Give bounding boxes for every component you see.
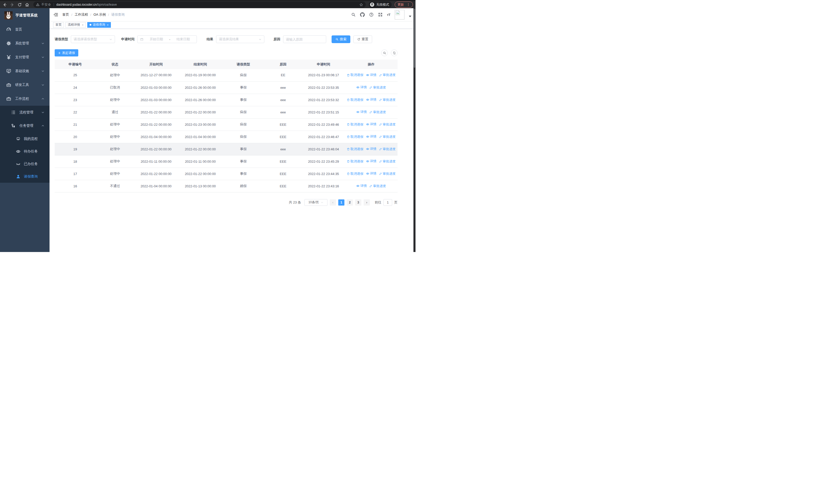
approval-progress-link[interactable]: 审批进度 — [379, 98, 396, 102]
create-leave-button[interactable]: 发起请假 — [55, 49, 78, 56]
cancel-leave-link[interactable]: 取消请假 — [347, 159, 364, 164]
reason-input-wrap — [283, 35, 326, 43]
cancel-leave-link[interactable]: 取消请假 — [347, 122, 364, 127]
sidebar-item-infra[interactable]: 基础设施 — [0, 64, 50, 78]
cancel-leave-link[interactable]: 取消请假 — [347, 135, 364, 139]
leave-type-select[interactable]: 请选择请假类型 — [71, 35, 115, 43]
bookmark-star-icon[interactable] — [359, 3, 363, 7]
page-scrollbar[interactable] — [413, 8, 416, 252]
detail-link[interactable]: 详情 — [356, 184, 367, 188]
reason-input[interactable] — [286, 37, 323, 41]
apply-time-range-picker[interactable]: 开始日期 - 结束日期 — [137, 35, 197, 43]
approval-progress-link[interactable]: 审批进度 — [369, 110, 386, 114]
approval-progress-link[interactable]: 审批进度 — [379, 135, 396, 139]
goto-page-input[interactable] — [383, 199, 392, 206]
result-select[interactable]: 请选择流结果 — [216, 35, 264, 43]
detail-link[interactable]: 详情 — [366, 122, 376, 126]
edit-icon — [379, 73, 382, 77]
sidebar-item-devtools[interactable]: 研发工具 — [0, 78, 50, 92]
detail-link[interactable]: 详情 — [366, 135, 376, 139]
detail-link[interactable]: 详情 — [356, 85, 367, 90]
avatar[interactable] — [395, 10, 404, 20]
approval-progress-link[interactable]: 审批进度 — [379, 122, 396, 127]
update-chip[interactable]: 更新 — [395, 2, 413, 8]
sidebar-item-payment[interactable]: 支付管理 — [0, 50, 50, 64]
cancel-leave-link[interactable]: 取消请假 — [347, 172, 364, 176]
close-icon[interactable]: × — [82, 23, 83, 26]
sidebar-item-label: 支付管理 — [15, 55, 29, 60]
detail-link[interactable]: 详情 — [366, 97, 376, 102]
page-button-2[interactable]: 2 — [347, 199, 353, 206]
sidebar-item-task-mgmt[interactable]: 任务管理 — [0, 119, 50, 132]
prev-page-button[interactable]: ‹ — [330, 199, 336, 206]
close-icon[interactable]: × — [107, 23, 108, 26]
robot-face-icon — [16, 137, 21, 141]
url-bar[interactable]: 不安全 dashboard.yudao.iocoder.cn/bpm/oa/le… — [33, 2, 366, 8]
search-form: 请假类型 请选择请假类型 申请时间 开始日期 - 结束日期 结果 请选择流结果 — [55, 35, 398, 43]
refresh-table-button[interactable] — [391, 50, 398, 56]
tab-home[interactable]: 首页 — [53, 22, 64, 28]
forward-icon[interactable] — [10, 3, 15, 7]
end-time-cell: 2022-01-22 00:00:00 — [178, 168, 223, 180]
reset-button[interactable]: 重置 — [353, 35, 372, 43]
page-button-1[interactable]: 1 — [338, 199, 344, 206]
actions-cell: 取消请假详情审批进度 — [345, 155, 398, 168]
approval-progress-link[interactable]: 审批进度 — [379, 147, 396, 151]
sidebar-item-system[interactable]: 系统管理 — [0, 36, 50, 50]
eye-closed-icon — [16, 162, 21, 166]
reload-icon[interactable] — [18, 3, 22, 7]
sidebar-item-my-process[interactable]: 我的流程 — [0, 132, 50, 145]
approval-progress-link[interactable]: 审批进度 — [379, 159, 396, 164]
home-icon[interactable] — [25, 3, 29, 7]
approval-progress-link[interactable]: 审批进度 — [369, 184, 386, 188]
apply-time-cell: 2022-01-22 23:44:35 — [302, 168, 345, 180]
cancel-leave-link[interactable]: 取消请假 — [347, 73, 364, 77]
sidebar-item-workflow[interactable]: 工作流程 — [0, 92, 50, 106]
font-size-icon[interactable]: ᴛT — [387, 13, 390, 17]
date-end-placeholder: 结束日期 — [172, 37, 194, 41]
detail-link[interactable]: 详情 — [366, 171, 376, 176]
update-label[interactable]: 更新 — [398, 3, 404, 7]
sidebar-collapse-icon[interactable] — [54, 12, 58, 17]
tab-process-detail[interactable]: 流程详情× — [65, 22, 86, 28]
toggle-search-button[interactable] — [381, 50, 388, 56]
back-icon[interactable] — [3, 3, 7, 7]
sidebar-item-done-tasks[interactable]: 已办任务 — [0, 157, 50, 170]
tab-leave-query[interactable]: 请假查询× — [87, 22, 111, 28]
browser-menu-icon[interactable] — [406, 3, 410, 6]
breadcrumb-oa[interactable]: OA 示例 — [93, 12, 106, 17]
cancel-leave-link[interactable]: 取消请假 — [347, 147, 364, 151]
status-cell: 处理中 — [96, 69, 134, 81]
leave-type-cell: 事假 — [223, 155, 264, 168]
incognito-icon — [370, 2, 374, 7]
breadcrumb-home[interactable]: 首页 — [62, 12, 69, 17]
detail-link[interactable]: 详情 — [366, 147, 376, 151]
detail-link[interactable]: 详情 — [366, 159, 376, 164]
detail-link[interactable]: 详情 — [356, 110, 367, 114]
search-button[interactable]: 搜索 — [332, 35, 350, 43]
sidebar-item-home[interactable]: 首页 — [0, 23, 50, 36]
cancel-leave-link[interactable]: 取消请假 — [347, 98, 364, 102]
chevron-up-icon — [41, 97, 45, 100]
avatar-dropdown-caret[interactable] — [409, 16, 411, 17]
sidebar-item-label: 首页 — [15, 27, 22, 32]
fullscreen-icon[interactable] — [378, 12, 383, 17]
approval-progress-link[interactable]: 审批进度 — [379, 73, 396, 77]
page-size-select[interactable]: 10条/页 — [305, 199, 327, 206]
page-button-3[interactable]: 3 — [355, 199, 361, 206]
sidebar-item-process-mgmt[interactable]: 流程管理 — [0, 106, 50, 119]
sidebar-item-leave-query[interactable]: 请假查询 — [0, 170, 50, 183]
scrollbar-thumb[interactable] — [414, 9, 415, 68]
search-icon[interactable] — [351, 12, 356, 17]
app-logo[interactable]: 芋道管理系统 — [0, 8, 50, 23]
detail-link[interactable]: 详情 — [366, 73, 376, 77]
breadcrumb-workflow[interactable]: 工作流程 — [75, 12, 88, 17]
help-icon[interactable] — [369, 12, 374, 17]
search-icon — [383, 51, 386, 55]
next-page-button[interactable]: › — [364, 199, 370, 206]
broken-image-icon — [395, 10, 401, 16]
sidebar-item-todo-tasks[interactable]: 待办任务 — [0, 145, 50, 157]
approval-progress-link[interactable]: 审批进度 — [369, 85, 386, 90]
approval-progress-link[interactable]: 审批进度 — [379, 172, 396, 176]
github-icon[interactable] — [360, 12, 365, 17]
